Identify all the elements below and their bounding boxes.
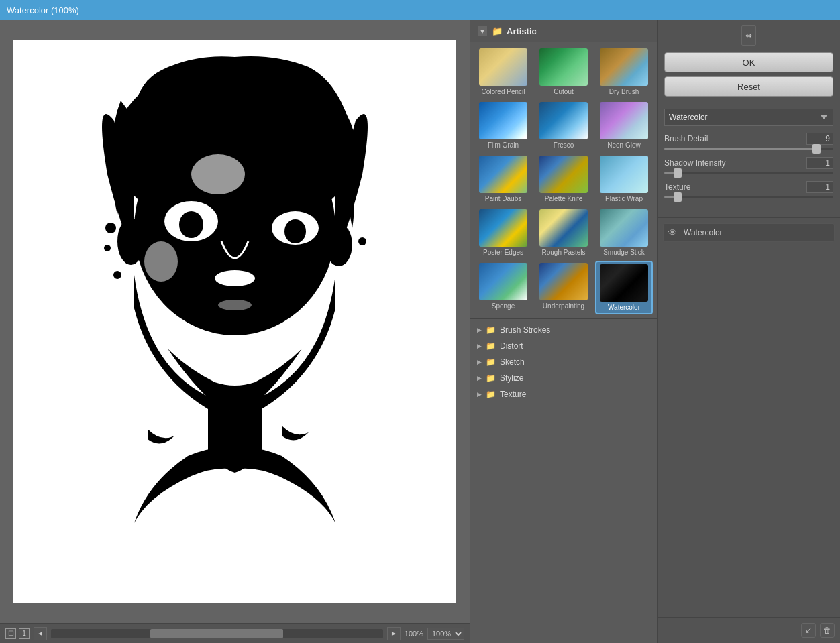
svg-point-13	[218, 300, 252, 310]
filter-item-poster-edges[interactable]: Poster Edges	[474, 207, 532, 258]
slider-container-shadow-intensity	[664, 172, 833, 174]
effect-visibility-toggle[interactable]: 👁	[666, 227, 678, 239]
ok-button[interactable]: OK	[664, 52, 833, 72]
filter-grid: Colored PencilCutoutDry BrushFilm GrainF…	[470, 42, 657, 318]
setting-value-texture[interactable]: 1	[806, 181, 833, 193]
svg-point-8	[117, 218, 144, 265]
delete-effect-button[interactable]: 🗑	[820, 623, 835, 638]
setting-row-texture: Texture1	[664, 181, 833, 193]
svg-point-5	[179, 211, 203, 238]
filter-item-neon-glow[interactable]: Neon Glow	[595, 100, 653, 151]
slider-track-brush-detail[interactable]	[664, 148, 833, 150]
actions-area: OK Reset	[658, 46, 840, 103]
reset-button[interactable]: Reset	[664, 76, 833, 97]
horizontal-scrollbar[interactable]	[51, 629, 383, 638]
filter-thumb-film-grain	[479, 102, 527, 139]
svg-point-9	[325, 223, 352, 266]
collapse-button[interactable]: ▼	[477, 25, 488, 36]
svg-point-17	[358, 237, 366, 245]
filter-item-fresco[interactable]: Fresco	[535, 100, 592, 151]
page-checkbox[interactable]: ☐	[5, 628, 16, 639]
filter-label-underpainting: Underpainting	[543, 302, 584, 310]
filter-label-rough-pastels: Rough Pastels	[541, 249, 585, 256]
filter-thumb-plastic-wrap	[600, 156, 648, 193]
filter-categories: ▶📁Brush Strokes▶📁Distort▶📁Sketch▶📁Styliz…	[470, 318, 657, 405]
filter-item-rough-pastels[interactable]: Rough Pastels	[535, 207, 592, 258]
setting-value-shadow-intensity[interactable]: 1	[806, 157, 833, 169]
category-label-brush-strokes: Brush Strokes	[500, 325, 550, 335]
canvas-bottom-bar: ☐ 1 ◄ ► 100% 100% 50% 200% Fit	[0, 623, 470, 643]
filter-thumb-smudge-stick	[600, 209, 648, 247]
category-item-distort[interactable]: ▶📁Distort	[470, 338, 657, 354]
sliders-container: Brush Detail9Shadow Intensity1Texture1	[664, 133, 833, 205]
scrollbar-thumb[interactable]	[150, 629, 283, 638]
filter-panel: ▼ 📁 Artistic Colored PencilCutoutDry Bru…	[470, 20, 658, 643]
category-arrow-brush-strokes: ▶	[477, 327, 482, 333]
filter-thumb-cutout	[539, 48, 588, 86]
filter-item-smudge-stick[interactable]: Smudge Stick	[595, 207, 653, 258]
zoom-dropdown[interactable]: 100% 50% 200% Fit	[427, 628, 464, 640]
category-item-sketch[interactable]: ▶📁Sketch	[470, 354, 657, 370]
filter-panel-header: ▼ 📁 Artistic	[470, 20, 657, 42]
category-item-texture[interactable]: ▶📁Texture	[470, 386, 657, 402]
filter-label-colored-pencil: Colored Pencil	[481, 88, 525, 95]
filter-item-palette-knife[interactable]: Palette Knife	[535, 154, 592, 204]
svg-point-11	[144, 241, 178, 282]
canvas	[13, 40, 456, 603]
setting-value-brush-detail[interactable]: 9	[806, 133, 833, 145]
slider-container-texture	[664, 196, 833, 198]
slider-fill-brush-detail	[664, 148, 817, 150]
category-item-stylize[interactable]: ▶📁Stylize	[470, 370, 657, 386]
category-label-stylize: Stylize	[500, 373, 523, 383]
category-arrow-distort: ▶	[477, 343, 482, 349]
scroll-right-arrow[interactable]: ►	[387, 627, 401, 640]
svg-point-14	[105, 223, 116, 233]
setting-label-brush-detail: Brush Detail	[664, 134, 806, 143]
filter-item-film-grain[interactable]: Film Grain	[474, 100, 532, 151]
setting-label-texture: Texture	[664, 182, 806, 192]
filter-thumb-neon-glow	[600, 102, 648, 139]
slider-track-texture[interactable]	[664, 196, 833, 198]
zoom-display: 100%	[405, 630, 423, 638]
filter-item-sponge[interactable]: Sponge	[474, 261, 532, 314]
category-arrow-texture: ▶	[477, 391, 482, 398]
category-folder-icon-distort: 📁	[486, 341, 496, 351]
add-effect-button[interactable]: ↙	[801, 623, 816, 638]
filter-item-watercolor[interactable]: Watercolor	[595, 261, 653, 314]
filter-label-watercolor: Watercolor	[608, 304, 640, 311]
slider-track-shadow-intensity[interactable]	[664, 172, 833, 174]
filter-item-dry-brush[interactable]: Dry Brush	[595, 46, 653, 97]
filter-item-underpainting[interactable]: Underpainting	[535, 261, 592, 314]
slider-thumb-shadow-intensity[interactable]	[674, 168, 682, 178]
main-layout: ☐ 1 ◄ ► 100% 100% 50% 200% Fit ▼ 📁 Artis…	[0, 20, 840, 643]
right-panel: ⇔ OK Reset Watercolor Colored Pencil Cut…	[658, 20, 840, 643]
setting-label-shadow-intensity: Shadow Intensity	[664, 158, 806, 168]
filter-item-plastic-wrap[interactable]: Plastic Wrap	[595, 154, 653, 204]
expand-panel-button[interactable]: ⇔	[741, 25, 756, 46]
scroll-left-arrow[interactable]: ◄	[34, 627, 47, 640]
category-arrow-sketch: ▶	[477, 359, 482, 365]
filter-item-colored-pencil[interactable]: Colored Pencil	[474, 46, 532, 97]
slider-container-brush-detail	[664, 148, 833, 150]
filter-thumb-poster-edges	[479, 209, 527, 247]
filter-select-container: Watercolor Colored Pencil Cutout Dry Bru…	[664, 109, 833, 126]
category-folder-icon-stylize: 📁	[486, 373, 496, 383]
category-folder-icon-brush-strokes: 📁	[486, 325, 496, 335]
filter-label-dry-brush: Dry Brush	[609, 88, 639, 95]
filter-label-smudge-stick: Smudge Stick	[603, 249, 645, 256]
filter-item-paint-daubs[interactable]: Paint Daubs	[474, 154, 532, 204]
filter-label-poster-edges: Poster Edges	[483, 249, 523, 256]
filter-dropdown[interactable]: Watercolor Colored Pencil Cutout Dry Bru…	[664, 109, 833, 126]
folder-icon: 📁	[492, 26, 503, 36]
filter-label-cutout: Cutout	[554, 88, 573, 95]
slider-thumb-texture[interactable]	[674, 192, 682, 202]
filter-item-cutout[interactable]: Cutout	[535, 46, 592, 97]
slider-thumb-brush-detail[interactable]	[812, 144, 821, 154]
filter-thumb-dry-brush	[600, 48, 648, 86]
setting-row-shadow-intensity: Shadow Intensity1	[664, 157, 833, 169]
category-item-brush-strokes[interactable]: ▶📁Brush Strokes	[470, 322, 657, 338]
category-label-sketch: Sketch	[500, 357, 525, 367]
svg-point-15	[104, 245, 111, 251]
svg-point-6	[284, 219, 306, 243]
canvas-scroll[interactable]	[0, 20, 470, 623]
